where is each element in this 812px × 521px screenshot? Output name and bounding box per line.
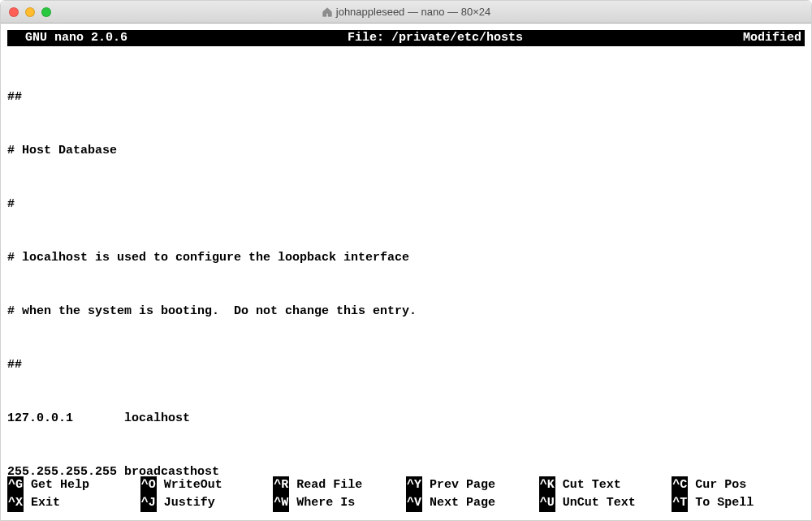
minimize-button[interactable] <box>25 7 35 17</box>
shortcut-next-page[interactable]: ^V Next Page <box>406 494 539 512</box>
shortcut-label: To Spell <box>688 494 754 512</box>
editor-line: 127.0.0.1 localhost <box>7 410 805 428</box>
shortcut-cur-pos[interactable]: ^C Cur Pos <box>672 476 805 494</box>
home-icon <box>322 6 333 18</box>
shortcut-label: WriteOut <box>157 476 222 494</box>
shortcut-label: Next Page <box>422 494 495 512</box>
shortcut-key: ^C <box>672 476 688 494</box>
editor-line: # <box>7 196 805 213</box>
nano-app-label: GNU nano 2.0.6 <box>11 30 127 46</box>
editor-line: ## <box>7 88 805 106</box>
close-button[interactable] <box>9 7 19 17</box>
shortcut-justify[interactable]: ^J Justify <box>140 494 274 512</box>
shortcut-bar: ^G Get Help ^O WriteOut ^R Read File ^Y … <box>7 476 805 517</box>
shortcut-label: Prev Page <box>422 476 495 494</box>
editor-line: # when the system is booting. Do not cha… <box>7 303 805 321</box>
shortcut-label: Cur Pos <box>688 476 746 494</box>
titlebar: johnappleseed — nano — 80×24 <box>1 1 811 24</box>
nano-header: GNU nano 2.0.6 File: /private/etc/hosts … <box>7 30 805 46</box>
shortcut-label: Justify <box>157 494 215 512</box>
shortcut-writeout[interactable]: ^O WriteOut <box>140 476 274 494</box>
shortcut-key: ^Y <box>406 476 422 494</box>
shortcut-label: Get Help <box>24 476 89 494</box>
shortcut-to-spell[interactable]: ^T To Spell <box>672 494 805 512</box>
shortcut-key: ^W <box>273 494 289 512</box>
shortcut-label: UnCut Text <box>555 494 636 512</box>
shortcut-key: ^G <box>7 476 24 494</box>
zoom-button[interactable] <box>41 7 51 17</box>
shortcut-label: Where Is <box>289 494 355 512</box>
window-title: johnappleseed — nano — 80×24 <box>1 6 811 18</box>
shortcut-key: ^J <box>140 494 157 512</box>
shortcut-read-file[interactable]: ^R Read File <box>273 476 406 494</box>
shortcut-key: ^R <box>273 476 289 494</box>
shortcut-uncut-text[interactable]: ^U UnCut Text <box>539 494 672 512</box>
shortcut-key: ^T <box>672 494 688 512</box>
terminal[interactable]: GNU nano 2.0.6 File: /private/etc/hosts … <box>1 24 811 520</box>
traffic-lights <box>1 7 51 17</box>
shortcut-label: Read File <box>289 476 362 494</box>
shortcut-key: ^U <box>539 494 555 512</box>
window-title-text: johnappleseed — nano — 80×24 <box>336 6 490 18</box>
shortcut-key: ^X <box>7 494 24 512</box>
shortcut-label: Exit <box>24 494 60 512</box>
shortcut-label: Cut Text <box>555 476 621 494</box>
editor-body[interactable]: ## # Host Database # # localhost is used… <box>7 46 805 476</box>
nano-file-label: File: /private/etc/hosts <box>348 30 523 46</box>
editor-line: # Host Database <box>7 142 805 160</box>
shortcut-key: ^V <box>406 494 422 512</box>
nano-modified-label: Modified <box>743 30 801 46</box>
shortcut-get-help[interactable]: ^G Get Help <box>7 476 140 494</box>
shortcut-exit[interactable]: ^X Exit <box>7 494 140 512</box>
shortcut-key: ^K <box>539 476 555 494</box>
editor-line: # localhost is used to configure the loo… <box>7 249 805 267</box>
editor-line: ## <box>7 356 805 374</box>
editor-line: 255.255.255.255 broadcasthost <box>7 463 805 476</box>
shortcut-cut-text[interactable]: ^K Cut Text <box>539 476 672 494</box>
shortcut-where-is[interactable]: ^W Where Is <box>273 494 406 512</box>
shortcut-key: ^O <box>140 476 157 494</box>
shortcut-prev-page[interactable]: ^Y Prev Page <box>406 476 539 494</box>
